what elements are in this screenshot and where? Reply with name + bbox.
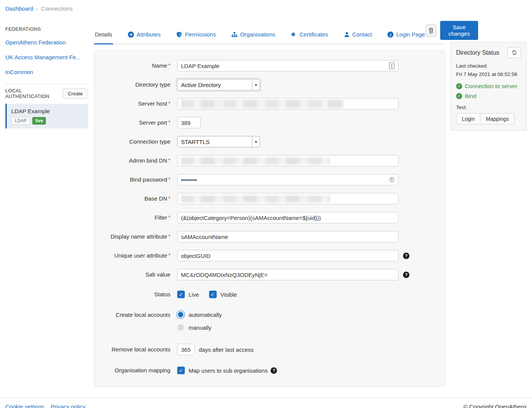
tab-login-page[interactable]: Login Page [387,27,426,44]
unique-user-attribute-input[interactable] [177,250,398,261]
help-icon[interactable] [403,272,409,278]
map-users-checkbox-label: Map users to sub organisations [189,367,268,374]
server-port-field-row: Server port [94,117,445,128]
live-checkbox-label: Live [189,291,199,298]
certificate-icon [291,32,297,38]
delete-button[interactable] [426,24,436,37]
autofill-contact-icon [388,62,395,70]
select-arrow-icon [252,136,260,147]
local-authentication-heading: LOCAL AUTHENTICATION [5,88,63,99]
remove-local-accounts-label: Remove local accounts [104,346,170,353]
connection-to-server-status: Connection to server [456,83,521,89]
connection-name: LDAP Example [11,108,83,114]
automatically-radio[interactable] [177,311,184,318]
tab-organisations[interactable]: Organisations [231,27,276,44]
sidebar-item-incommon[interactable]: InCommon [5,65,88,79]
server-host-field-row: Server host [94,98,445,109]
create-button[interactable]: Create [63,89,88,99]
bind-password-label: Bind password [104,176,170,183]
days-after-last-access-text: days after last access [199,346,253,353]
sidebar-item-uk-access-management[interactable]: UK Access Management Fe... [5,50,88,65]
redacted-value [181,195,330,202]
footer: Cookie settings Privacy policy © Copyrig… [0,398,532,408]
federations-heading: FEDERATIONS [5,26,88,32]
visible-checkbox[interactable] [209,291,217,298]
name-input[interactable] [177,60,398,71]
help-icon[interactable] [271,367,277,374]
check-circle-icon [456,93,462,99]
key-icon [388,176,395,183]
name-field-row: Name [94,60,445,71]
server-host-label: Server host [104,100,170,108]
cookie-settings-link[interactable]: Cookie settings [5,403,44,408]
display-name-attribute-input[interactable] [177,231,398,242]
directory-type-select[interactable]: Active Directory [177,79,260,90]
admin-bind-dn-field-row: Admin bind DN [94,155,445,166]
live-checkbox[interactable] [177,291,185,298]
right-column: Directory Status Last checked: Fri 7 May… [450,42,527,131]
salt-value-field-row: Salt value [94,269,445,280]
remove-local-accounts-days-input[interactable] [177,344,195,355]
tab-contact[interactable]: Contact [343,27,373,44]
select-arrow-icon [252,79,260,90]
sidebar-divider [5,84,88,84]
salt-value-input[interactable] [177,269,398,280]
bind-password-field-row: Bind password [94,174,445,185]
status-label: Status [104,291,170,298]
shield-icon [176,32,182,38]
server-host-input[interactable] [177,98,398,109]
server-port-label: Server port [104,119,170,127]
help-icon[interactable] [403,253,409,259]
person-icon [344,32,350,38]
ldap-type-badge: LDAP [11,117,30,125]
sidebar-item-ldap-example[interactable]: LDAP Example LDAP live [5,104,88,128]
remove-local-accounts-field-row: Remove local accounts days after last ac… [94,344,445,355]
save-changes-button[interactable]: Save changes [440,21,478,40]
admin-bind-dn-label: Admin bind DN [104,157,170,164]
server-port-input[interactable] [177,117,201,128]
manually-radio[interactable] [177,324,184,331]
tab-details[interactable]: Details [94,27,113,44]
last-checked-value: Fri 7 May 2021 at 08:52:56 [456,71,521,77]
sitemap-icon [231,32,238,38]
privacy-policy-link[interactable]: Privacy policy [51,403,86,408]
connection-type-field-row: Connection type STARTTLS [94,136,445,147]
organisation-mapping-label: Organisation mapping [104,367,170,374]
tab-attributes[interactable]: Attributes [127,27,161,44]
filter-label: Filter [104,214,170,221]
organisation-mapping-field-row: Organisation mapping Map users to sub or… [94,367,445,374]
directory-status-title: Directory Status [456,49,499,56]
base-dn-label: Base DN [104,195,170,202]
bind-password-input[interactable] [177,174,398,185]
details-form-panel: Name Directory type Active Directory [94,51,445,387]
base-dn-input[interactable] [177,193,398,204]
refresh-button[interactable] [507,47,521,58]
sidebar-item-openathens-federation[interactable]: OpenAthens Federation [5,35,88,50]
breadcrumb: Dashboard › Connections [5,5,527,12]
test-button-group: Login Mappings [456,113,515,125]
directory-status-panel: Directory Status Last checked: Fri 7 May… [450,42,527,131]
tab-certificates[interactable]: Certificates [290,27,329,44]
last-checked-label: Last checked: [456,63,521,69]
tab-permissions[interactable]: Permissions [175,27,217,44]
create-local-accounts-field-row: Create local accounts automatically manu… [94,311,445,331]
name-label: Name [104,62,170,70]
page: Dashboard › Connections FEDERATIONS Open… [0,0,532,387]
admin-bind-dn-input[interactable] [177,155,398,166]
chevron-right-icon: › [36,6,38,12]
map-users-checkbox[interactable] [177,367,185,374]
visible-checkbox-label: Visible [220,291,237,298]
arrow-circle-right-icon [128,32,134,38]
test-mappings-button[interactable]: Mappings [480,113,515,125]
unique-user-attribute-field-row: Unique user attribute [94,250,445,261]
base-dn-field-row: Base DN [94,193,445,204]
automatically-radio-label: automatically [189,312,222,318]
breadcrumb-dashboard-link[interactable]: Dashboard [5,5,33,12]
status-field-row: Status Live Visible [94,291,445,298]
main-content: Details Attributes Permissions [94,21,445,387]
trash-icon [428,27,434,34]
connection-type-select[interactable]: STARTTLS [177,136,260,147]
test-login-button[interactable]: Login [456,113,480,125]
manually-radio-label: manually [189,324,211,331]
filter-input[interactable] [177,212,398,223]
